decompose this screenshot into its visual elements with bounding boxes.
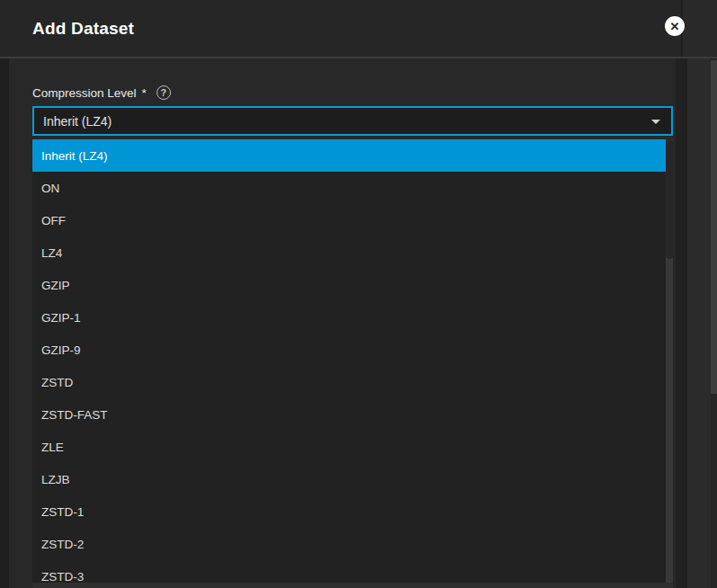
chevron-down-icon [651, 120, 660, 124]
dropdown-option[interactable]: GZIP [32, 269, 673, 301]
select-value: Inherit (LZ4) [43, 114, 112, 129]
compression-level-label-row: Compression Level* ? [32, 85, 171, 101]
dropdown-option[interactable]: ZSTD-3 [32, 560, 673, 583]
dropdown-option[interactable]: OFF [32, 204, 673, 236]
compression-dropdown-panel: Inherit (LZ4)ONOFFLZ4GZIPGZIP-1GZIP-9ZST… [32, 139, 673, 583]
form-scrollbar-gutter[interactable] [676, 58, 687, 588]
page-background-header [683, 0, 717, 57]
dropdown-option[interactable]: ZLE [32, 431, 673, 463]
page-title: Add Dataset [32, 0, 134, 57]
dropdown-option[interactable]: GZIP-9 [32, 334, 673, 366]
page-background [687, 58, 711, 588]
help-icon[interactable]: ? [157, 85, 171, 100]
dropdown-option[interactable]: LZ4 [32, 236, 673, 269]
dropdown-option[interactable]: ZSTD-1 [32, 495, 673, 528]
dropdown-option[interactable]: Inherit (LZ4) [32, 139, 673, 172]
dropdown-option[interactable]: ON [32, 172, 673, 204]
close-icon: ✕ [670, 20, 680, 31]
dropdown-option[interactable]: ZSTD [32, 366, 673, 398]
dropdown-scrollbar-thumb[interactable] [666, 139, 673, 259]
dropdown-option[interactable]: LZJB [32, 463, 673, 495]
content-below-panel [32, 583, 673, 588]
page-scrollbar-thumb[interactable] [711, 60, 717, 394]
compression-level-select[interactable]: Inherit (LZ4) [32, 106, 673, 136]
dropdown-option[interactable]: ZSTD-FAST [32, 398, 673, 431]
dropdown-option[interactable]: GZIP-1 [32, 301, 673, 334]
close-button[interactable]: ✕ [665, 16, 685, 36]
dropdown-option[interactable]: ZSTD-2 [32, 528, 673, 560]
required-asterisk: * [142, 86, 147, 100]
field-label: Compression Level [32, 86, 137, 100]
dropdown-options-list: Inherit (LZ4)ONOFFLZ4GZIPGZIP-1GZIP-9ZST… [32, 139, 673, 583]
dialog-left-margin [0, 58, 9, 588]
help-icon-glyph: ? [161, 88, 166, 98]
